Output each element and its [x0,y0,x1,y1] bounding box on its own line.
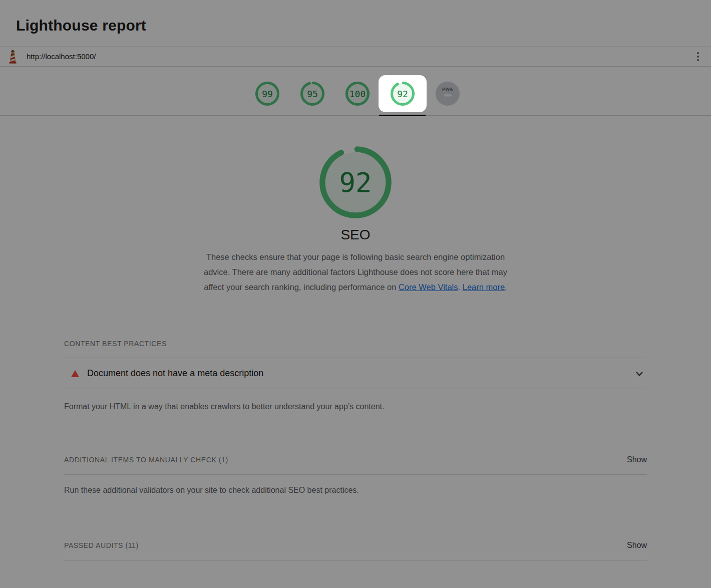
section-content-best-practices: CONTENT BEST PRACTICES Document does not… [64,340,647,411]
description-end: . [505,282,507,291]
section-passed-audits: PASSED AUDITS (11) Show [64,541,647,560]
nav-score-seo: 92 [397,89,408,99]
fail-triangle-icon [71,370,79,377]
active-tab-underline [379,115,426,116]
category-title: SEO [340,227,370,243]
pwa-badge-label: PWA [442,87,453,92]
url-bar: http://localhost:5000/ [0,46,711,67]
category-description: These checks ensure that your page is fo… [202,249,509,295]
group-header-content-best-practices: CONTENT BEST PRACTICES [64,340,167,348]
group-header-manual-checks: ADDITIONAL ITEMS TO MANUALLY CHECK (1) [64,456,228,464]
audit-row-meta-description[interactable]: Document does not have a meta descriptio… [64,358,647,389]
pwa-badge-icon[interactable]: PWA [436,82,460,106]
nav-gauge-accessibility[interactable]: 95 [300,82,324,106]
show-toggle-manual-checks[interactable]: Show [627,455,647,464]
seo-score-gauge: 92 [319,146,392,218]
section-manual-checks: ADDITIONAL ITEMS TO MANUALLY CHECK (1) S… [64,455,647,495]
nav-score-best-practices: 100 [349,89,366,99]
score-nav: 99 95 100 92 PWA [0,67,711,116]
learn-more-link[interactable]: Learn more [463,282,505,291]
core-web-vitals-link[interactable]: Core Web Vitals [399,282,458,291]
nav-score-accessibility: 95 [307,89,318,99]
seo-score-value: 92 [339,167,372,198]
category-hero: 92 SEO These checks ensure that your pag… [64,116,647,295]
nav-score-performance: 99 [262,89,273,99]
group-header-passed-audits: PASSED AUDITS (11) [64,541,139,549]
description-separator: . [458,282,463,291]
nav-gauge-seo[interactable]: 92 [391,82,415,106]
final-url-link[interactable]: http://localhost:5000/ [27,52,96,61]
audit-description: Format your HTML in a way that enables c… [64,402,647,411]
chevron-down-icon[interactable] [636,369,643,378]
nav-gauge-best-practices[interactable]: 100 [345,82,370,106]
manual-checks-description: Run these additional validators on your … [64,486,647,495]
report-header: Lighthouse report [0,0,711,46]
nav-gauge-performance[interactable]: 99 [255,82,279,106]
lighthouse-logo-icon [8,49,18,64]
show-toggle-passed-audits[interactable]: Show [627,541,647,550]
page-title: Lighthouse report [16,17,711,34]
kebab-menu-icon[interactable] [692,51,704,63]
audit-title: Document does not have a meta descriptio… [87,368,263,379]
